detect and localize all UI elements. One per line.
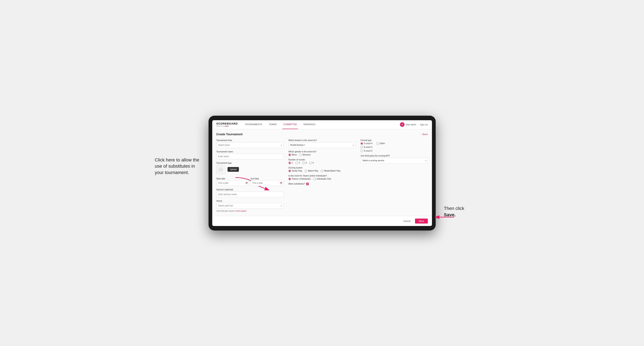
rounds-3[interactable]: 3 xyxy=(302,162,307,164)
nav-rankings[interactable]: RANKINGS xyxy=(303,120,316,129)
form-column-2: Which division is the event for? NCAA Di… xyxy=(288,139,356,212)
image-icon xyxy=(219,168,223,172)
gender-group: Which gender is the event for? Mens Wome… xyxy=(288,151,356,156)
rounds-1-radio[interactable] xyxy=(288,162,291,164)
main-content: Create Tournament ‹ Back Tournament Host xyxy=(212,129,432,216)
tournament-host-input[interactable] xyxy=(216,142,284,148)
user-name: blair admin xyxy=(406,124,416,126)
rounds-3-radio[interactable] xyxy=(302,162,305,164)
nav-teams[interactable]: TEAMS xyxy=(268,120,278,129)
event-for-label: Is this event for Teams and/or Individua… xyxy=(288,175,356,177)
logo-clippd: clippd xyxy=(224,125,228,127)
venue-label: Venue xyxy=(216,200,284,202)
format-label: Format type xyxy=(360,139,428,142)
format-6count4[interactable]: 6 count 4 xyxy=(360,146,428,149)
format-6count4-radio[interactable] xyxy=(360,146,363,149)
rounds-4-radio[interactable] xyxy=(309,162,312,164)
gender-mens-radio[interactable] xyxy=(288,154,291,156)
event-individuals[interactable]: Individuals Only xyxy=(313,178,331,180)
start-date-wrapper: 📅 xyxy=(216,180,249,186)
rounds-2[interactable]: 2 xyxy=(295,162,300,164)
venue-input[interactable] xyxy=(216,203,284,209)
format-other-radio[interactable] xyxy=(376,142,379,145)
rounds-2-label: 2 xyxy=(298,162,300,164)
scoring-radio-group: Stroke Play Match Play Medal Match Play xyxy=(288,170,356,172)
scoring-match-label: Match Play xyxy=(308,170,318,172)
scoring-match-radio[interactable] xyxy=(305,170,307,172)
gender-womens-radio[interactable] xyxy=(299,154,302,156)
scoring-match[interactable]: Match Play xyxy=(305,170,318,172)
division-label: Which division is the event for? xyxy=(288,139,356,142)
rounds-2-radio[interactable] xyxy=(295,162,298,164)
nav-committee[interactable]: COMMITTEE xyxy=(282,120,298,129)
start-date-input[interactable] xyxy=(216,180,249,186)
format-6count4-label: 6 count 4 xyxy=(364,146,372,148)
tournament-name-input[interactable] xyxy=(216,154,284,159)
cancel-button[interactable]: Cancel xyxy=(401,219,413,223)
nav-links: TOURNAMENTS TEAMS COMMITTEE RANKINGS xyxy=(244,120,400,129)
scoring-stroke-radio[interactable] xyxy=(288,170,291,172)
allow-subs-row: Allow substitutes? xyxy=(288,183,356,185)
format-6count5-radio[interactable] xyxy=(360,150,363,152)
venue-helper: Can't find your venue? email support xyxy=(216,210,284,212)
format-5count4-label: 5 count 4 xyxy=(364,142,372,145)
event-individuals-radio[interactable] xyxy=(313,178,316,180)
event-teams-radio[interactable] xyxy=(288,178,291,180)
scoring-medal-label: Medal Match Play xyxy=(324,170,340,172)
sign-out-link[interactable]: Sign out xyxy=(420,124,428,126)
tournament-host-label: Tournament Host xyxy=(216,139,284,142)
navbar: SCOREBOARD Powered by clippd TOURNAMENTS… xyxy=(212,120,432,129)
allow-subs-label: Allow substitutes? xyxy=(288,183,305,185)
venue-group: Venue Can't find your venue? email suppo… xyxy=(216,200,284,212)
scoring-stroke-label: Stroke Play xyxy=(292,170,302,172)
rounds-group: Number of rounds 1 2 xyxy=(288,159,356,164)
gender-mens[interactable]: Mens xyxy=(288,154,297,156)
rounds-1-label: 1 xyxy=(292,162,293,164)
tablet-screen: SCOREBOARD Powered by clippd TOURNAMENTS… xyxy=(212,120,432,226)
event-teams-label: Teams (+Individuals) xyxy=(292,178,311,180)
gender-mens-label: Mens xyxy=(292,154,297,156)
format-other[interactable]: Other xyxy=(376,142,385,145)
format-6count5[interactable]: 6 count 5 xyxy=(360,150,428,152)
scoring-api-select[interactable]: Select a scoring service xyxy=(360,158,428,164)
logo-placeholder xyxy=(216,165,226,174)
logo-area: SCOREBOARD Powered by clippd xyxy=(216,122,238,127)
start-date-label: Start date xyxy=(216,177,225,180)
scoring-api-label: Use third-party live scoring API? xyxy=(360,155,428,157)
scoring-medal[interactable]: Medal Match Play xyxy=(321,170,340,172)
page-title: Create Tournament xyxy=(216,133,242,136)
allow-subs-group: Allow substitutes? xyxy=(288,183,356,185)
tournament-name-label: Tournament name xyxy=(216,151,284,153)
rounds-label: Number of rounds xyxy=(288,159,356,161)
end-date-input[interactable] xyxy=(251,180,284,186)
annotation-arrow-right xyxy=(432,214,456,220)
division-select[interactable]: NCAA Division I xyxy=(288,142,356,148)
format-group: Format type 5 count 4 Other xyxy=(360,139,428,152)
event-teams[interactable]: Teams (+Individuals) xyxy=(288,178,311,180)
tablet-frame: SCOREBOARD Powered by clippd TOURNAMENTS… xyxy=(208,116,436,230)
format-5count4[interactable]: 5 count 4 xyxy=(360,142,372,145)
gender-radio-group: Mens Womens xyxy=(288,154,356,156)
format-5count4-radio[interactable] xyxy=(360,142,363,145)
upload-button[interactable]: Upload xyxy=(228,167,239,172)
scoring-medal-radio[interactable] xyxy=(321,170,323,172)
nav-right: B blair admin | Sign out xyxy=(400,122,428,127)
sponsor-input[interactable] xyxy=(216,191,284,197)
event-for-radio-group: Teams (+Individuals) Individuals Only xyxy=(288,178,356,180)
save-button[interactable]: Save xyxy=(415,219,428,223)
scoring-stroke[interactable]: Stroke Play xyxy=(288,170,302,172)
gender-womens[interactable]: Womens xyxy=(299,154,310,156)
user-avatar: B xyxy=(400,122,404,127)
back-button[interactable]: ‹ Back xyxy=(421,133,428,136)
rounds-1[interactable]: 1 xyxy=(288,162,293,164)
logo-powered: Powered by clippd xyxy=(216,125,238,127)
rounds-4[interactable]: 4 xyxy=(309,162,314,164)
allow-subs-checkbox[interactable] xyxy=(306,183,309,185)
tournament-host-wrapper xyxy=(216,142,284,148)
format-other-label: Other xyxy=(380,142,385,145)
venue-wrapper xyxy=(216,203,284,209)
logo-scoreboard: SCOREBOARD xyxy=(216,122,238,125)
venue-email-link[interactable]: email support xyxy=(236,210,246,212)
rounds-radio-group: 1 2 3 xyxy=(288,162,356,164)
nav-tournaments[interactable]: TOURNAMENTS xyxy=(244,120,263,129)
